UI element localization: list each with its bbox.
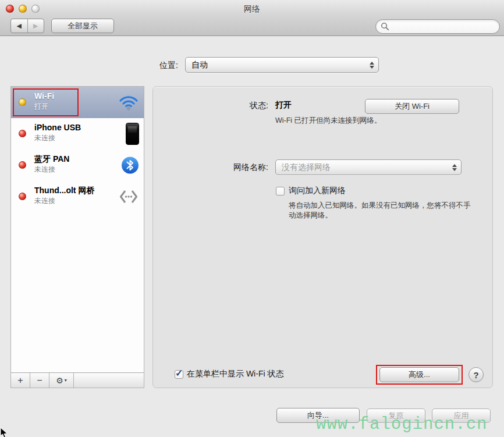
search-field[interactable]: [375, 19, 500, 34]
sidebar-item-bluetooth-pan[interactable]: 蓝牙 PAN 未连接: [11, 150, 144, 181]
ask-to-join-description: 将自动加入已知网络。如果没有已知网络，您将不得不手动选择网络。: [289, 201, 474, 221]
sidebar-item-label: Thund...olt 网桥: [34, 185, 94, 196]
status-value: 打开: [275, 100, 292, 111]
sidebar-item-status: 未连接: [34, 196, 94, 205]
location-popup[interactable]: 自动: [185, 57, 379, 73]
sidebar-item-label: 蓝牙 PAN: [34, 154, 69, 165]
gear-arrow-icon: ▾: [65, 378, 67, 383]
sidebar-item-status: 打开: [34, 102, 54, 111]
remove-interface-button[interactable]: −: [30, 373, 49, 388]
sidebar-item-label: Wi-Fi: [34, 91, 54, 102]
wifi-status-dot: [19, 98, 26, 106]
help-button[interactable]: ?: [468, 367, 484, 382]
back-icon: ◀: [17, 22, 22, 30]
thunderbolt-bridge-icon: [118, 189, 139, 205]
location-label: 位置:: [105, 61, 178, 71]
menubar-wifi-label: 在菜单栏中显示 Wi-Fi 状态: [187, 369, 283, 379]
forward-icon: ▶: [33, 22, 38, 30]
interface-list: Wi-Fi 打开 iPhone USB 未连接: [10, 86, 144, 388]
ask-to-join-label: 询问加入新网络: [289, 186, 346, 196]
bluetooth-pan-status-dot: [19, 161, 26, 169]
gear-icon: ⚙: [56, 376, 63, 385]
popup-stepper-icon: [370, 62, 374, 69]
back-button[interactable]: ◀: [11, 19, 28, 33]
back-forward-control: ◀ ▶: [10, 19, 44, 33]
network-name-label: 网络名称:: [188, 162, 268, 173]
bluetooth-icon: [121, 157, 139, 175]
iphone-icon: [126, 123, 139, 145]
interface-list-footer: + − ⚙ ▾: [11, 372, 144, 388]
status-description: Wi-Fi 已打开但尚未连接到网络。: [275, 116, 382, 126]
popup-stepper-icon: [452, 164, 457, 171]
action-menu-button[interactable]: ⚙ ▾: [49, 373, 74, 388]
sidebar-item-status: 未连接: [34, 165, 69, 174]
ask-to-join-checkbox[interactable]: [276, 187, 285, 196]
thunderbolt-bridge-status-dot: [19, 193, 26, 200]
search-icon: [381, 22, 389, 31]
wifi-icon: [118, 94, 139, 111]
content-area: 位置: 自动 Wi-Fi 打开: [0, 37, 504, 437]
mouse-cursor: [0, 428, 8, 437]
add-interface-button[interactable]: +: [11, 373, 30, 388]
advanced-button[interactable]: 高级...: [379, 367, 459, 382]
status-label: 状态:: [188, 101, 268, 111]
wifi-settings-panel: 状态: 打开 关闭 Wi-Fi Wi-Fi 已打开但尚未连接到网络。 网络名称:…: [152, 86, 493, 388]
turn-off-wifi-button[interactable]: 关闭 Wi-Fi: [365, 99, 459, 114]
watermark-text: www.falogincn.cn: [316, 415, 487, 434]
window-title: 网络: [0, 4, 504, 15]
sidebar-item-thunderbolt-bridge[interactable]: Thund...olt 网桥 未连接: [11, 181, 144, 212]
window-header: 网络 ◀ ▶ 全部显示: [0, 0, 504, 36]
checkmark-icon: ✓: [175, 368, 183, 379]
sidebar-item-status: 未连接: [34, 133, 81, 143]
forward-button[interactable]: ▶: [28, 19, 44, 33]
show-all-button[interactable]: 全部显示: [51, 19, 114, 33]
network-preferences-window: 网络 ◀ ▶ 全部显示 位置: 自动 Wi-Fi 打开: [0, 0, 504, 437]
sidebar-item-wifi[interactable]: Wi-Fi 打开: [11, 87, 144, 118]
network-name-popup[interactable]: 没有选择网络: [275, 159, 462, 175]
menubar-wifi-checkbox[interactable]: ✓: [175, 370, 183, 379]
location-value: 自动: [191, 60, 208, 70]
network-name-value: 没有选择网络: [282, 162, 331, 173]
sidebar-item-label: iPhone USB: [34, 122, 81, 133]
iphone-usb-status-dot: [19, 130, 26, 137]
sidebar-item-iphone-usb[interactable]: iPhone USB 未连接: [11, 118, 144, 150]
